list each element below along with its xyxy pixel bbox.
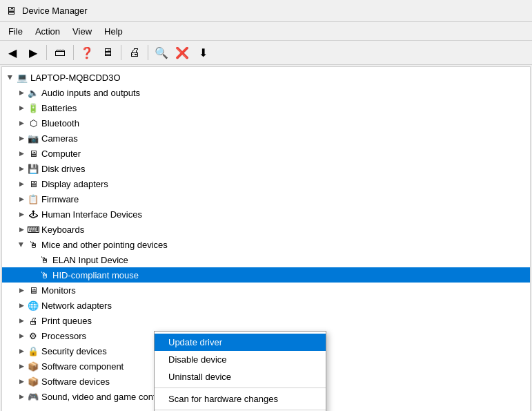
icon-monitors: 🖥 [27, 284, 39, 296]
label-processors: Processors [41, 331, 86, 341]
menu-item-help[interactable]: Help [99, 25, 128, 38]
toolbar-sep-sep3 [121, 45, 121, 60]
tree-item-firmware[interactable]: ▶📋Firmware [2, 191, 530, 207]
icon-softwarecomponent: 📦 [27, 360, 39, 372]
tree-item-batteries[interactable]: ▶🔋Batteries [2, 100, 530, 115]
label-diskdrives: Disk drives [41, 164, 86, 174]
icon-keyboards: ⌨ [27, 223, 39, 236]
tree-item-bluetooth[interactable]: ▶⬡Bluetooth [2, 115, 530, 131]
label-cameras: Cameras [41, 133, 78, 144]
label-bluetooth: Bluetooth [41, 118, 79, 128]
chevron-diskdrives: ▶ [16, 163, 27, 174]
ctx-item-disabledevice[interactable]: Disable device [155, 351, 326, 368]
tree-item-networkadapters[interactable]: ▶🌐Network adapters [2, 298, 530, 313]
chevron-hid: ▶ [16, 209, 27, 220]
toolbar-btn-scan[interactable]: 🔍 [152, 43, 171, 62]
ctx-item-updatedriver[interactable]: Update driver [155, 334, 326, 351]
tree-item-printqueues[interactable]: ▶🖨Print queues [2, 313, 530, 328]
chevron-keyboards: ▶ [16, 224, 27, 235]
icon-firmware: 📋 [27, 193, 39, 205]
menu-item-action[interactable]: Action [30, 25, 66, 38]
toolbar-sep-sep4 [148, 45, 148, 60]
context-menu-separator [155, 388, 326, 388]
label-batteries: Batteries [41, 103, 77, 113]
context-menu[interactable]: Update driverDisable deviceUninstall dev… [154, 331, 326, 411]
toolbar-btn-update[interactable]: ❓ [77, 43, 97, 62]
menu-item-file[interactable]: File [3, 25, 28, 38]
tree-item-keyboards[interactable]: ▶⌨Keyboards [2, 222, 530, 237]
label-mice: Mice and other pointing devices [41, 240, 168, 250]
toolbar-btn-properties[interactable]: 🗃 [50, 43, 70, 62]
chevron-batteries: ▶ [16, 102, 27, 113]
chevron-networkadapters: ▶ [16, 300, 27, 311]
icon-cameras: 📷 [27, 132, 39, 144]
menu-item-view[interactable]: View [67, 25, 97, 38]
label-securitydevices: Security devices [41, 346, 107, 356]
toolbar-btn-forward[interactable]: ▶ [23, 43, 43, 62]
label-audio: Audio inputs and outputs [41, 88, 140, 98]
icon-computer: 🖥 [27, 147, 39, 160]
label-computer: Computer [41, 149, 81, 159]
tree-item-displayadapters[interactable]: ▶🖥Display adapters [2, 176, 530, 191]
tree-item-elan[interactable]: ▶🖱ELAN Input Device [2, 252, 530, 267]
label-networkadapters: Network adapters [41, 300, 112, 311]
label-firmware: Firmware [41, 194, 79, 204]
title-icon: 🖥 [6, 5, 17, 17]
chevron-firmware: ▶ [16, 193, 27, 204]
icon-printqueues: 🖨 [27, 314, 39, 327]
icon-securitydevices: 🔒 [27, 345, 39, 357]
chevron-audio: ▶ [16, 87, 27, 98]
label-hidmouse: HID-compliant mouse [52, 270, 139, 280]
tree-item-root[interactable]: ▶ 💻LAPTOP-MQBCDD3O [2, 70, 530, 85]
chevron-sound: ▶ [16, 391, 27, 402]
tree-item-computer[interactable]: ▶🖥Computer [2, 146, 530, 161]
label-printqueues: Print queues [41, 316, 92, 326]
icon-displayadapters: 🖥 [27, 178, 39, 190]
label-hid: Human Interface Devices [41, 209, 142, 220]
toolbar-btn-printer[interactable]: 🖨 [125, 43, 144, 62]
chevron-cameras: ▶ [16, 133, 27, 144]
icon-mice: 🖱 [27, 238, 39, 251]
toolbar-btn-back[interactable]: ◀ [3, 43, 22, 62]
icon-batteries: 🔋 [27, 102, 39, 114]
label-elan: ELAN Input Device [52, 255, 128, 265]
chevron-root: ▶ [5, 72, 16, 83]
icon-root: 💻 [16, 71, 28, 84]
toolbar-sep-sep2 [73, 45, 74, 60]
icon-softwaredevices: 📦 [27, 375, 39, 388]
chevron-monitors: ▶ [16, 285, 27, 296]
ctx-item-scanchanges[interactable]: Scan for hardware changes [155, 390, 326, 408]
label-displayadapters: Display adapters [41, 179, 108, 189]
chevron-computer: ▶ [16, 148, 27, 159]
tree-item-mice[interactable]: ▶🖱Mice and other pointing devices [2, 237, 530, 252]
tree-item-hidmouse[interactable]: ▶🖱HID-compliant mouse [2, 267, 530, 283]
tree-item-monitors[interactable]: ▶🖥Monitors [2, 283, 530, 298]
context-menu-separator [155, 410, 326, 410]
label-root: LAPTOP-MQBCDD3O [30, 73, 121, 83]
title-bar: 🖥 Device Manager [0, 0, 532, 22]
toolbar-btn-download[interactable]: ⬇ [193, 43, 213, 62]
label-softwaredevices: Software devices [41, 376, 110, 387]
tree-item-cameras[interactable]: ▶📷Cameras [2, 131, 530, 146]
icon-elan: 🖱 [38, 254, 50, 266]
tree-item-audio[interactable]: ▶🔈Audio inputs and outputs [2, 85, 530, 100]
chevron-softwaredevices: ▶ [16, 376, 27, 387]
label-softwarecomponent: Software component [41, 361, 124, 372]
icon-processors: ⚙ [27, 329, 39, 342]
title-text: Device Manager [22, 6, 88, 16]
toolbar-btn-devmgr[interactable]: 🖥 [98, 43, 117, 62]
icon-networkadapters: 🌐 [27, 299, 39, 312]
toolbar-sep-sep1 [46, 45, 47, 60]
toolbar-btn-remove[interactable]: ❌ [173, 43, 192, 62]
tree-item-hid[interactable]: ▶🕹Human Interface Devices [2, 207, 530, 222]
icon-audio: 🔈 [27, 86, 39, 99]
main-area: ▶ 💻LAPTOP-MQBCDD3O▶🔈Audio inputs and out… [1, 66, 531, 411]
label-keyboards: Keyboards [41, 224, 84, 235]
icon-bluetooth: ⬡ [27, 117, 39, 129]
icon-diskdrives: 💾 [27, 162, 39, 175]
icon-hidmouse: 🖱 [38, 269, 50, 281]
tree-item-diskdrives[interactable]: ▶💾Disk drives [2, 161, 530, 176]
chevron-printqueues: ▶ [16, 315, 27, 326]
ctx-item-uninstalldevice[interactable]: Uninstall device [155, 368, 326, 385]
menu-bar: FileActionViewHelp [0, 22, 532, 40]
